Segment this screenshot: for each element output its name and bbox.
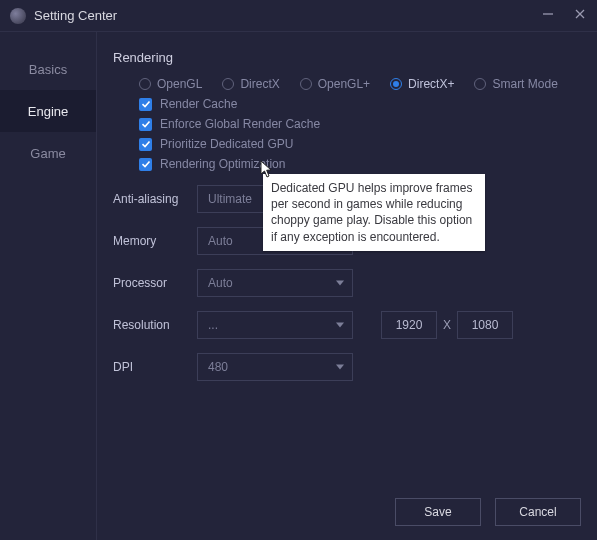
chevron-down-icon <box>336 323 344 328</box>
select-dpi[interactable]: 480 <box>197 353 353 381</box>
radio-opengl-plus[interactable]: OpenGL+ <box>300 77 370 91</box>
label-processor: Processor <box>113 276 197 290</box>
render-mode-group: OpenGL DirectX OpenGL+ DirectX+ Smart Mo… <box>97 77 597 91</box>
radio-directx-plus[interactable]: DirectX+ <box>390 77 454 91</box>
sidebar-item-game[interactable]: Game <box>0 132 96 174</box>
check-enforce-global[interactable]: Enforce Global Render Cache <box>97 117 597 131</box>
resolution-width-input[interactable]: 1920 <box>381 311 437 339</box>
sidebar-item-basics[interactable]: Basics <box>0 48 96 90</box>
label-resolution: Resolution <box>113 318 197 332</box>
select-processor[interactable]: Auto <box>197 269 353 297</box>
close-button[interactable] <box>573 8 587 23</box>
window-controls <box>541 8 587 23</box>
resolution-height-input[interactable]: 1080 <box>457 311 513 339</box>
app-logo-icon <box>10 8 26 24</box>
check-prioritize-gpu[interactable]: Prioritize Dedicated GPU <box>97 137 597 151</box>
titlebar: Setting Center <box>0 0 597 32</box>
cursor-icon <box>260 160 274 178</box>
section-title-rendering: Rendering <box>97 50 597 69</box>
radio-directx[interactable]: DirectX <box>222 77 279 91</box>
main-panel: Rendering OpenGL DirectX OpenGL+ DirectX… <box>97 32 597 540</box>
minimize-button[interactable] <box>541 8 555 23</box>
label-dpi: DPI <box>113 360 197 374</box>
tooltip-dedicated-gpu: Dedicated GPU helps improve frames per s… <box>263 174 485 251</box>
label-memory: Memory <box>113 234 197 248</box>
select-resolution[interactable]: ... <box>197 311 353 339</box>
label-anti-aliasing: Anti-aliasing <box>113 192 197 206</box>
check-rendering-optimization[interactable]: Rendering Optimization <box>97 157 597 171</box>
radio-smart-mode[interactable]: Smart Mode <box>474 77 557 91</box>
radio-opengl[interactable]: OpenGL <box>139 77 202 91</box>
chevron-down-icon <box>336 365 344 370</box>
chevron-down-icon <box>336 281 344 286</box>
footer-buttons: Save Cancel <box>395 498 581 526</box>
sidebar: Basics Engine Game <box>0 32 97 540</box>
checkbox-icon <box>139 158 152 171</box>
sidebar-item-engine[interactable]: Engine <box>0 90 96 132</box>
resolution-x-label: X <box>443 318 451 332</box>
checkbox-icon <box>139 98 152 111</box>
window-title: Setting Center <box>34 8 117 23</box>
check-render-cache[interactable]: Render Cache <box>97 97 597 111</box>
save-button[interactable]: Save <box>395 498 481 526</box>
cancel-button[interactable]: Cancel <box>495 498 581 526</box>
checkbox-icon <box>139 138 152 151</box>
checkbox-icon <box>139 118 152 131</box>
